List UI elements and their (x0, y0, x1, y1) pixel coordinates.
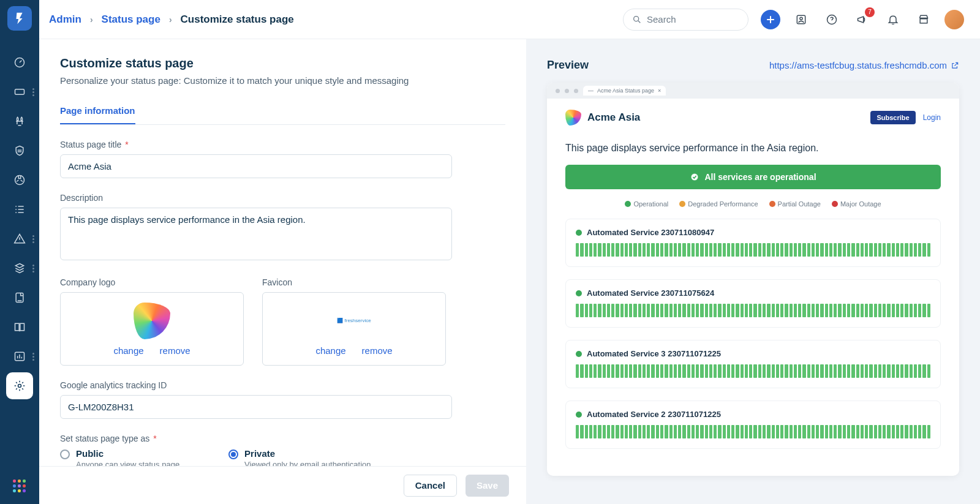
sidebar (0, 0, 39, 11)
contacts-icon[interactable] (791, 10, 811, 12)
search-input[interactable]: Search (623, 9, 748, 12)
add-button[interactable] (761, 10, 780, 12)
app-logo[interactable] (7, 6, 32, 11)
megaphone-icon[interactable]: 7 (853, 10, 872, 12)
topbar: Admin › Status page › Customize status p… (39, 0, 980, 11)
notification-badge: 7 (865, 7, 875, 12)
avatar[interactable] (944, 10, 964, 12)
marketplace-icon[interactable] (914, 10, 933, 12)
help-icon[interactable] (822, 10, 842, 12)
bell-icon[interactable] (883, 10, 903, 12)
